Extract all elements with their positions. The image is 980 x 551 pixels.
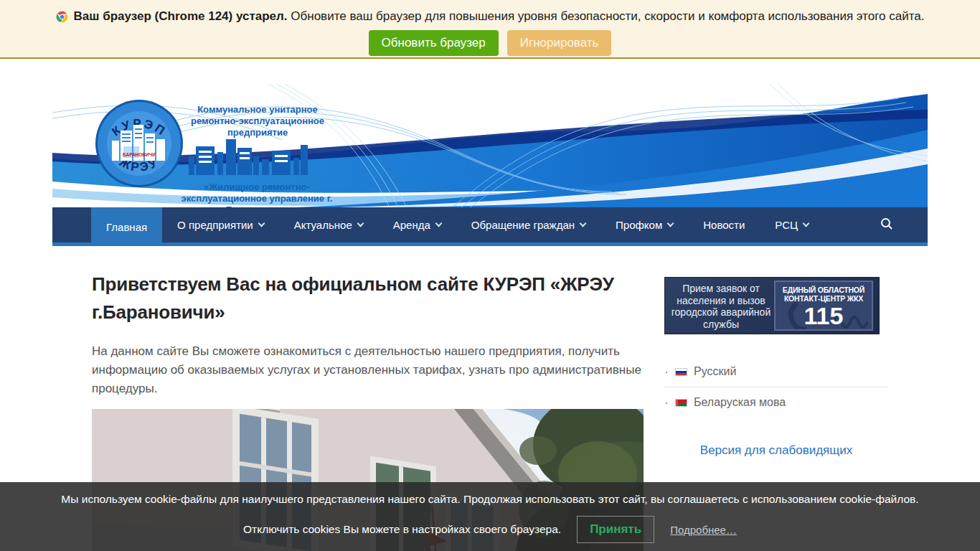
cookie-disable-hint: Отключить cookies Вы можете в настройках… [243, 523, 561, 536]
header-banner: КУРЭП ЖРЭУ БАРАНОВИЧИ Коммунальное унит [52, 84, 928, 207]
update-browser-button[interactable]: Обновить браузер [369, 30, 499, 56]
accessibility-version-link[interactable]: Версия для слабовидящих [664, 443, 888, 458]
nav-item-appeals[interactable]: Обращение граждан [456, 207, 600, 242]
chevron-down-icon [435, 220, 442, 227]
cookie-more-link[interactable]: Подробнее… [670, 524, 737, 536]
chevron-down-icon [258, 220, 265, 227]
nav-bottom-strip [52, 242, 928, 246]
nav-item-rent[interactable]: Аренда [378, 207, 456, 242]
svg-text:БАРАНОВИЧИ: БАРАНОВИЧИ [123, 152, 156, 157]
org-name-line1: Коммунальное унитарное ремонтно-эксплуат… [180, 104, 335, 138]
bullet: · [664, 368, 669, 375]
language-russian[interactable]: · Русский [664, 361, 888, 382]
org-name-line2: «Жилищное ремонтно-эксплуатационное упра… [167, 182, 347, 207]
bullet: · [664, 399, 669, 406]
chevron-down-icon [667, 220, 674, 227]
flag-belarus-icon [675, 399, 687, 407]
intro-paragraph: На данном сайте Вы сможете ознакомиться … [92, 342, 653, 398]
nav-item-home[interactable]: Главная [91, 207, 162, 246]
flag-russia-icon [675, 368, 687, 376]
number-115: 115 [776, 303, 872, 329]
banner-115-text: Прием заявок от населения и вызов городс… [665, 278, 774, 334]
browser-update-banner: Ваш браузер (Chrome 124) устарел. Обнови… [0, 0, 980, 59]
chevron-down-icon [580, 220, 587, 227]
chevron-down-icon [357, 220, 364, 227]
nav-item-about[interactable]: О предприятии [162, 207, 279, 242]
company-logo: КУРЭП ЖРЭУ БАРАНОВИЧИ [95, 99, 184, 188]
nav-item-union[interactable]: Профком [600, 207, 688, 242]
buildings-graphic [189, 138, 332, 175]
chrome-icon [56, 11, 68, 23]
language-belarusian[interactable]: · Беларуская мова [664, 392, 888, 413]
cookie-message: Мы используем cookie-файлы для наилучшег… [0, 493, 980, 506]
nav-item-actual[interactable]: Актуальное [279, 207, 378, 242]
language-switcher: · Русский · Беларуская мова [664, 361, 888, 413]
banner-bold-text: Ваш браузер (Chrome 124) устарел. [74, 9, 288, 23]
accept-cookies-button[interactable]: Принять [577, 516, 654, 543]
main-navigation: Главная О предприятии Актуальное Аренда … [52, 207, 928, 246]
ignore-button[interactable]: Игнорировать [507, 30, 612, 56]
chevron-down-icon [803, 220, 810, 227]
contact-center-115-banner[interactable]: Прием заявок от населения и вызов городс… [664, 277, 880, 334]
cookie-consent-bar: Мы используем cookie-файлы для наилучшег… [0, 482, 980, 551]
sidebar: Прием заявок от населения и вызов городс… [664, 277, 888, 458]
nav-item-rsc[interactable]: РСЦ [760, 207, 824, 242]
browser-update-message: Ваш браузер (Chrome 124) устарел. Обнови… [0, 9, 980, 24]
divider [664, 387, 888, 387]
search-icon[interactable] [880, 217, 893, 230]
nav-item-news[interactable]: Новости [688, 207, 760, 242]
site-container: КУРЭП ЖРЭУ БАРАНОВИЧИ Коммунальное унит [52, 84, 928, 246]
banner-text: Обновите ваш браузер для повышения уровн… [291, 9, 924, 23]
page-title: Приветствуем Вас на официальном сайте КУ… [92, 270, 653, 326]
